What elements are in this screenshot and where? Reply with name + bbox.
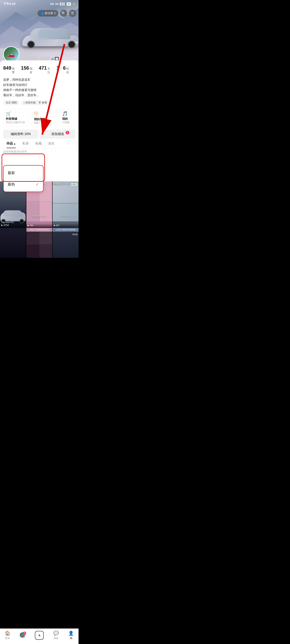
location-tag[interactable]: 北京·朝阳 xyxy=(3,100,19,105)
video-3-count: 657 xyxy=(56,224,59,226)
play-icon-1: ▶ xyxy=(1,224,3,226)
edit-label: 编辑资料 10% xyxy=(11,132,31,136)
edit-profile-button[interactable]: 编辑资料 10% xyxy=(3,130,38,139)
friends-desc: 朋友广场 xyxy=(34,121,44,124)
shop-desc: 美好生活触手可及 xyxy=(6,121,25,124)
play-icon-2: ▶ xyxy=(28,224,29,226)
tab-like[interactable]: 喜欢 xyxy=(45,139,58,148)
tab-collect-label: 收藏 xyxy=(35,142,42,145)
following-count: 471 xyxy=(39,65,47,71)
followers-stat: 1 x 6 粉丝 xyxy=(56,65,71,74)
feature-music[interactable]: 🎵 我的 已收藏 xyxy=(60,109,75,126)
works-dropdown[interactable]: 作品 ▲ xyxy=(7,142,16,146)
search-button[interactable]: 🔍 xyxy=(60,10,67,17)
video-1-title: The new 911 xyxy=(1,221,25,224)
action-row: 编辑资料 10% 添加朋友 1 xyxy=(3,130,75,139)
video-6-thumb[interactable]: 带回家 xyxy=(53,232,79,258)
plus-icon: + xyxy=(23,101,25,104)
followers-label: 粉丝 xyxy=(66,67,71,74)
add-tag-button[interactable]: + 添加年龄、学 标签 xyxy=(21,100,50,105)
feature-row: 🛒 抖音商城 美好生活触手可及 仔 我的仔仔 朋友广场 🎵 我的 已收藏 xyxy=(3,108,75,127)
video-4-thumb[interactable] xyxy=(0,232,26,258)
charge-icon: ⚡ xyxy=(72,2,75,6)
video-1-overlay: The new 911 ▶ 3754 xyxy=(0,220,26,227)
likes-stat: 849 获赞 xyxy=(3,65,17,74)
status-icons: HD 4G ▌▌▌ 83 ⚡ xyxy=(50,2,75,6)
hero-section: 👥 新访客 2 🔍 ☰ 🚗 n 🔲 xyxy=(0,0,79,64)
sort-info-text: 品安照热度进行排序 xyxy=(3,150,27,153)
feature-shop[interactable]: 🛒 抖音商城 美好生活触手可及 xyxy=(3,109,30,126)
content-section: 作品 ▲ 私密 收藏 喜欢 品安照热度进行排序 最新 最热 ✓ xyxy=(0,139,79,258)
top-navigation: 👥 新访客 2 🔍 ☰ xyxy=(38,10,76,17)
stats-row: 849 获赞 156 朋友 471 关注 1 x 6 粉丝 xyxy=(3,64,75,74)
tabs-row: 作品 ▲ 私密 收藏 喜欢 xyxy=(0,139,79,148)
friends-icon: 仔 xyxy=(34,111,39,117)
search-icon: 🔍 xyxy=(61,11,66,16)
visitors-button[interactable]: 👥 新访客 2 xyxy=(38,10,58,16)
bio-line-3: 体验不一样的速度与激情 xyxy=(3,87,75,92)
chevron-up-icon: ▲ xyxy=(14,142,16,145)
sort-hottest-option[interactable]: 最热 ✓ xyxy=(4,179,43,190)
time-display: 下午4:18 xyxy=(3,2,15,6)
music-name: 我的 xyxy=(62,117,68,121)
profile-card: 849 获赞 156 朋友 471 关注 1 x 6 粉丝 追梦，同样也是追车 … xyxy=(0,60,79,139)
menu-icon: ☰ xyxy=(71,11,74,16)
sort-dropdown-menu: 最新 最热 ✓ xyxy=(3,165,44,192)
tab-private-label: 私密 xyxy=(22,142,29,145)
sort-info: 品安照热度进行排序 xyxy=(0,148,79,155)
tags-row: 北京·朝阳 + 添加年龄、学 标签 xyxy=(3,100,75,105)
signal-icon: ▌▌▌ xyxy=(60,2,66,6)
video-5-thumb[interactable] xyxy=(26,232,52,258)
video-2-playcount: ▶ 754 xyxy=(28,224,51,226)
followers-count2: 6 xyxy=(63,65,66,71)
video-row-2: 带回家 xyxy=(0,232,79,258)
status-bar: 下午4:18 HD 4G ▌▌▌ 83 ⚡ xyxy=(0,0,79,7)
ad-labels-row: 点击左下角懂车帝查询价格 点击左下角懂车帝查询价格 xyxy=(0,228,79,232)
shop-icon: 🛒 xyxy=(6,111,11,116)
friends-stat: 156 朋友 xyxy=(21,65,35,74)
tab-works[interactable]: 作品 ▲ xyxy=(3,139,19,148)
shop-name: 抖音商城 xyxy=(6,117,17,121)
avatar[interactable]: 🚗 xyxy=(3,46,19,62)
video-thumb-3[interactable]: ■ HEV 小日回 最大功率194PS ▶ 657 xyxy=(53,181,79,228)
music-icon: 🎵 xyxy=(62,111,68,116)
bio-line-2: 好车推荐与你同行 xyxy=(3,82,75,88)
menu-button[interactable]: ☰ xyxy=(69,10,76,17)
friends-count: 156 xyxy=(21,65,29,71)
likes-count: 849 xyxy=(3,65,11,71)
video-1-count: 3754 xyxy=(4,224,9,226)
hottest-label: 最热 xyxy=(8,182,15,187)
video-1-playcount: ▶ 3754 xyxy=(1,224,25,226)
following-stat: 471 关注 xyxy=(39,65,52,74)
battery-icon: 83 xyxy=(67,2,71,6)
avatar-section: 🚗 xyxy=(3,46,19,62)
add-friend-button[interactable]: 添加朋友 1 xyxy=(40,130,75,139)
video-2-overlay: ▶ 754 xyxy=(26,224,52,228)
hd-icon: HD xyxy=(50,2,54,6)
add-friend-label: 添加朋友 xyxy=(51,132,64,136)
tab-collect[interactable]: 收藏 xyxy=(32,139,45,148)
followers-count: 1 xyxy=(56,65,59,71)
tab-private[interactable]: 私密 xyxy=(19,139,32,148)
add-tag-label: 添加年龄、学 标签 xyxy=(25,101,47,104)
likes-label: 获赞 xyxy=(12,67,17,74)
bottom-spacer xyxy=(0,258,79,274)
friends-name: 我的仔仔 xyxy=(34,118,45,121)
newest-label: 最新 xyxy=(8,170,15,175)
bio-line-4: 看好车，玩好车，赏好车... xyxy=(3,92,75,98)
video-3-playcount: ▶ 657 xyxy=(54,224,77,226)
tab-like-label: 喜欢 xyxy=(48,142,55,145)
add-friend-badge: 1 xyxy=(66,131,69,134)
bio-line-1: 追梦，同样也是追车 xyxy=(3,77,75,82)
sort-newest-option[interactable]: 最新 xyxy=(4,167,43,179)
tab-works-label: 作品 xyxy=(7,142,13,146)
play-icon-3: ▶ xyxy=(54,224,55,226)
check-icon: ✓ xyxy=(36,182,39,187)
feature-friends[interactable]: 仔 我的仔仔 朋友广场 xyxy=(32,108,58,127)
visitors-icon: 👥 xyxy=(40,12,44,15)
friends-label: 朋友 xyxy=(30,67,35,74)
video-3-overlay: ▶ 657 xyxy=(53,224,79,228)
following-label: 关注 xyxy=(47,67,52,74)
music-desc: 已收藏 xyxy=(62,121,70,124)
bio-section: 追梦，同样也是追车 好车推荐与你同行 体验不一样的速度与激情 看好车，玩好车，赏… xyxy=(3,77,75,98)
